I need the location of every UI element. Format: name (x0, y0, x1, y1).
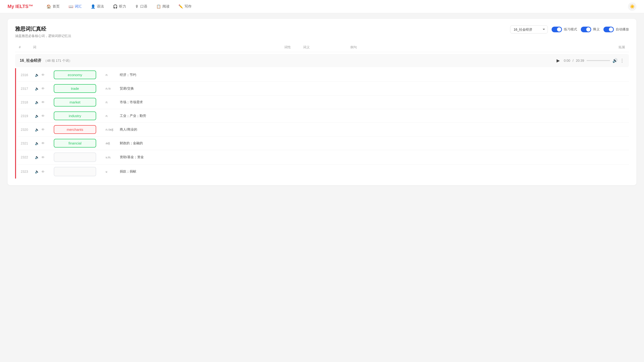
word-def: 贸易/交换 (120, 86, 625, 91)
table-header: # 词 词性 词义 例句 拓展 (15, 43, 629, 52)
page-subtitle: 涵盖雅思必备核心词，逻辑词群记忆法 (15, 34, 71, 38)
word-def: 工业；产业；勤劳 (120, 114, 625, 118)
col-pos: 词性 (284, 45, 303, 50)
audio-icon[interactable]: 🔈 (35, 86, 39, 91)
autoplay-toggle[interactable] (604, 27, 614, 32)
definition-label: 释义 (593, 27, 600, 32)
word-action-icons: 🔈 👁 (35, 170, 47, 174)
word-action-icons: 🔈 👁 (35, 100, 47, 104)
group-title: 16_社会经济 （48 组 171 个词） (20, 58, 72, 62)
word-rows-section: 2316 🔈 👁 economy n. 经济；节约 2317 🔈 👁 trade… (15, 68, 629, 179)
audio-icon[interactable]: 🔈 (35, 128, 39, 132)
word-num: 2321 (21, 142, 35, 145)
col-num: # (19, 45, 33, 50)
audio-icon[interactable]: 🔈 (35, 141, 39, 146)
word-action-icons: 🔈 👁 (35, 141, 47, 146)
nav-label-writing: 写作 (184, 4, 192, 9)
nav-item-speaking[interactable]: 🎙 口语 (131, 2, 151, 10)
word-num: 2323 (21, 170, 35, 174)
word-num: 2316 (21, 73, 35, 77)
practice-mode-slider (552, 27, 562, 32)
nav-item-vocab[interactable]: 📖 词汇 (65, 2, 86, 10)
word-row: 2321 🔈 👁 financial adj. 财政的；金融的 (17, 136, 629, 150)
nav-label-vocab: 词汇 (75, 4, 82, 9)
eye-icon[interactable]: 👁 (41, 155, 45, 159)
word-num: 2318 (21, 100, 35, 104)
eye-icon[interactable]: 👁 (41, 73, 45, 77)
eye-icon[interactable]: 👁 (41, 170, 45, 174)
group-stats: （48 组 171 个词） (44, 59, 72, 62)
audio-icon[interactable]: 🔈 (35, 155, 39, 159)
theme-toggle-button[interactable]: ☀️ (628, 2, 636, 11)
audio-icon[interactable]: 🔈 (35, 100, 39, 104)
definition-toggle-group: 释义 (581, 27, 600, 32)
audio-icon[interactable]: 🔈 (35, 114, 39, 118)
word-row: 2318 🔈 👁 market n. 市场；市场需求 (17, 96, 629, 109)
chapter-dropdown[interactable]: 16_社会经济 01_人物描述 02_环境主题 (510, 26, 548, 34)
word-box: financial (54, 139, 96, 148)
nav-item-grammar[interactable]: 👤 语法 (87, 2, 108, 10)
logo-prefix: My (8, 4, 15, 9)
listening-icon: 🎧 (113, 4, 118, 9)
eye-icon[interactable]: 👁 (41, 86, 45, 90)
word-row: 2323 🔈 👁 v. 捐款；捐献 (17, 164, 629, 179)
nav-label-reading: 阅读 (162, 4, 170, 9)
nav-item-home[interactable]: 🏠 首页 (43, 2, 64, 10)
autoplay-label: 自动播放 (616, 27, 629, 32)
word-action-icons: 🔈 👁 (35, 73, 47, 77)
word-num: 2317 (21, 87, 35, 90)
word-action-icons: 🔈 👁 (35, 155, 47, 159)
volume-button[interactable]: 🔊 (612, 58, 618, 63)
word-row: 2320 🔈 👁 merchants n./adj. 商人/商业的 (17, 123, 629, 136)
word-num: 2320 (21, 128, 35, 132)
audio-progress-bar[interactable] (586, 60, 610, 61)
word-row: 2316 🔈 👁 economy n. 经济；节约 (17, 68, 629, 82)
practice-mode-label: 练习模式 (564, 27, 577, 32)
col-def: 词义 (303, 45, 350, 50)
word-row: 2322 🔈 👁 v./n. 资助/基金；资金 (17, 150, 629, 164)
eye-icon[interactable]: 👁 (41, 100, 45, 104)
word-action-icons: 🔈 👁 (35, 114, 47, 118)
word-pos: v. (101, 170, 120, 174)
autoplay-toggle-group: 自动播放 (604, 27, 629, 32)
definition-slider (581, 27, 591, 32)
main-content: 雅思词汇真经 涵盖雅思必备核心词，逻辑词群记忆法 16_社会经济 01_人物描述… (0, 13, 644, 191)
word-box (54, 167, 96, 176)
audio-bar: ▶ 0:00 / 20:39 🔊 ⋮ (555, 57, 624, 64)
page-title: 雅思词汇真经 (15, 26, 71, 32)
eye-icon[interactable]: 👁 (41, 114, 45, 118)
practice-mode-toggle[interactable] (552, 27, 562, 32)
col-expand: 拓展 (602, 45, 625, 50)
practice-mode-toggle-group: 练习模式 (552, 27, 577, 32)
word-def: 商人/商业的 (120, 128, 625, 132)
nav-item-writing[interactable]: ✏️ 写作 (175, 2, 196, 10)
word-def: 经济；节约 (120, 73, 625, 77)
eye-icon[interactable]: 👁 (41, 141, 45, 145)
word-pos: n. (101, 114, 120, 118)
card-header-left: 雅思词汇真经 涵盖雅思必备核心词，逻辑词群记忆法 (15, 26, 71, 38)
word-def: 捐款；捐献 (120, 170, 625, 174)
play-button[interactable]: ▶ (555, 57, 562, 64)
vocab-card: 雅思词汇真经 涵盖雅思必备核心词，逻辑词群记忆法 16_社会经济 01_人物描述… (8, 19, 636, 185)
word-pos: adj. (101, 142, 120, 145)
audio-icon[interactable]: 🔈 (35, 170, 39, 174)
word-box (54, 152, 96, 162)
col-example: 例句 (350, 45, 602, 50)
group-row: 16_社会经济 （48 组 171 个词） ▶ 0:00 / 20:39 🔊 ⋮ (15, 54, 629, 67)
word-action-icons: 🔈 👁 (35, 128, 47, 132)
word-def: 财政的；金融的 (120, 141, 625, 146)
audio-icon[interactable]: 🔈 (35, 73, 39, 77)
word-pos: n. (101, 73, 120, 76)
card-controls: 16_社会经济 01_人物描述 02_环境主题 练习模式 (510, 26, 629, 34)
home-icon: 🏠 (46, 4, 51, 9)
time-current: 0:00 (564, 59, 570, 62)
logo-name: IELTS™ (15, 4, 33, 9)
more-options-button[interactable]: ⋮ (620, 58, 624, 63)
time-separator: / (572, 59, 574, 62)
nav-item-listening[interactable]: 🎧 听力 (109, 2, 130, 10)
eye-icon[interactable]: 👁 (41, 128, 45, 132)
time-total: 20:39 (576, 59, 584, 62)
nav-label-home: 首页 (52, 4, 60, 9)
nav-item-reading[interactable]: 📋 阅读 (152, 2, 173, 10)
definition-toggle[interactable] (581, 27, 591, 32)
